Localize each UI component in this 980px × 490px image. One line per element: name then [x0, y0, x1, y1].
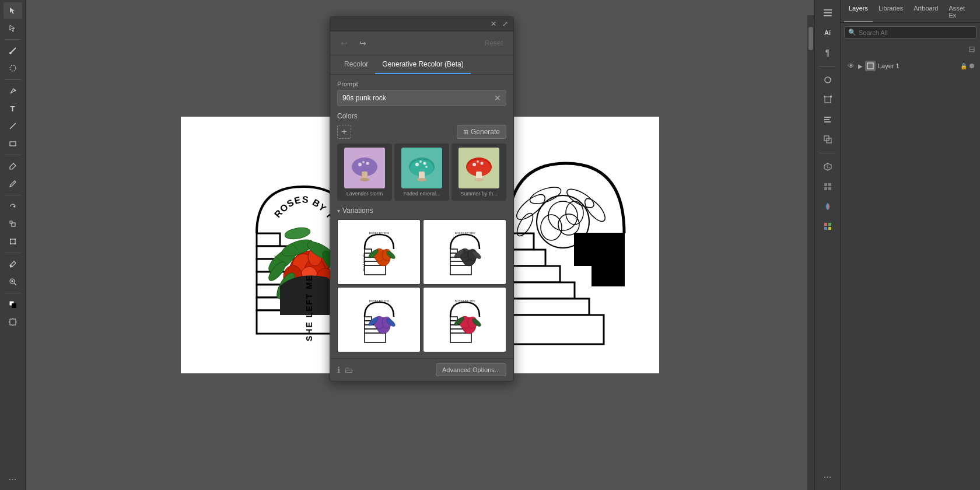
- add-color-btn[interactable]: +: [337, 125, 351, 139]
- svg-line-15: [14, 283, 16, 285]
- layer-lock-icon[interactable]: 🔒: [960, 63, 967, 69]
- variations-header[interactable]: ▾ Variations: [337, 206, 506, 215]
- pathfinder-icon[interactable]: [818, 131, 837, 148]
- dialog-tabs: Recolor Generative Recolor (Beta): [330, 55, 513, 75]
- info-btn[interactable]: ℹ: [337, 365, 340, 374]
- svg-text:ROSES BY THE: ROSES BY THE: [369, 299, 388, 302]
- rect-tool[interactable]: [4, 135, 22, 152]
- search-icon: 🔍: [848, 29, 856, 36]
- layer-expand-arrow[interactable]: ▶: [858, 63, 863, 69]
- mushroom-card-1[interactable]: Lavender storm: [337, 144, 392, 201]
- generate-btn[interactable]: ⊞ Generate: [457, 125, 506, 139]
- search-input[interactable]: [859, 29, 972, 36]
- svg-rect-151: [824, 119, 830, 120]
- svg-rect-163: [824, 227, 827, 230]
- transform-icon[interactable]: [818, 92, 837, 108]
- colors-section: Colors + ⊞ Generate: [337, 112, 506, 139]
- svg-point-74: [358, 163, 362, 166]
- svg-point-1: [9, 52, 12, 54]
- paintbrush-tool[interactable]: [4, 158, 22, 174]
- pen-tool[interactable]: [4, 83, 22, 99]
- svg-point-3: [14, 90, 16, 92]
- libraries-icon[interactable]: [818, 178, 837, 195]
- dialog-close-btn[interactable]: ✕: [489, 19, 498, 29]
- fill-color[interactable]: [4, 296, 22, 313]
- rotate-tool[interactable]: [4, 198, 22, 215]
- svg-rect-161: [824, 223, 827, 226]
- stroke-icon[interactable]: [818, 72, 837, 88]
- tab-recolor[interactable]: Recolor: [337, 55, 375, 74]
- reset-btn[interactable]: Reset: [481, 37, 506, 49]
- colors-label: Colors: [337, 112, 358, 120]
- variation-card-3[interactable]: ROSES BY THE: [337, 287, 421, 352]
- redo-btn[interactable]: ↪: [356, 36, 370, 50]
- search-bar[interactable]: 🔍: [844, 26, 977, 38]
- advanced-options-btn[interactable]: Advanced Options...: [436, 363, 506, 376]
- 3d-icon[interactable]: [818, 159, 837, 175]
- svg-rect-145: [824, 15, 832, 16]
- tab-generative-recolor[interactable]: Generative Recolor (Beta): [375, 55, 470, 74]
- generate-icon: ⊞: [463, 128, 468, 136]
- separator-1: [5, 39, 21, 40]
- prompt-label: Prompt: [337, 80, 506, 88]
- variation-card-2[interactable]: ROSES BY THE: [423, 219, 506, 285]
- separator-5: [5, 253, 21, 253]
- svg-rect-136: [450, 333, 471, 342]
- tab-libraries[interactable]: Libraries: [874, 2, 908, 22]
- scale-tool[interactable]: [4, 216, 22, 232]
- svg-point-2: [10, 65, 16, 71]
- dialog-body: Prompt 90s punk rock ✕ Colors + ⊞ Genera…: [330, 75, 513, 358]
- svg-rect-59: [508, 315, 604, 344]
- svg-rect-56: [508, 266, 560, 282]
- free-transform-tool[interactable]: [4, 233, 22, 250]
- line-tool[interactable]: [4, 118, 22, 134]
- svg-rect-158: [828, 183, 831, 186]
- vertical-scrollbar[interactable]: [807, 15, 814, 490]
- paragraph-style-icon[interactable]: ¶: [818, 44, 837, 61]
- svg-rect-5: [10, 142, 16, 146]
- artboard-tool[interactable]: [4, 314, 22, 330]
- svg-rect-57: [508, 282, 575, 299]
- align-icon[interactable]: [818, 111, 837, 128]
- layer-item-1[interactable]: 👁 ▶ Layer 1 🔒: [844, 58, 977, 74]
- svg-rect-60: [592, 233, 624, 286]
- zoom-tool[interactable]: [4, 274, 22, 290]
- color-guide-icon[interactable]: [818, 198, 837, 215]
- properties-icon[interactable]: [818, 5, 837, 21]
- swatches-icon[interactable]: [818, 218, 837, 235]
- tab-artboard[interactable]: Artboard: [909, 2, 943, 22]
- scrollbar-thumb[interactable]: [808, 27, 813, 50]
- magic-wand-tool[interactable]: [4, 43, 22, 59]
- filter-btn[interactable]: ⊟: [967, 43, 977, 55]
- svg-point-86: [417, 178, 426, 181]
- generate-label: Generate: [471, 128, 500, 136]
- tab-layers[interactable]: Layers: [844, 2, 873, 22]
- svg-rect-148: [824, 96, 825, 97]
- select-tool[interactable]: [4, 2, 22, 19]
- layer-visibility-btn[interactable]: 👁: [846, 61, 856, 71]
- undo-btn[interactable]: ↩: [337, 36, 351, 50]
- eyedropper-tool[interactable]: [4, 256, 22, 272]
- tab-asset-ex[interactable]: Asset Ex: [944, 2, 977, 22]
- direct-select-tool[interactable]: [4, 20, 22, 36]
- variation-img-3: ROSES BY THE: [338, 288, 420, 352]
- mushroom-img-3: [459, 148, 499, 188]
- prompt-clear-btn[interactable]: ✕: [494, 93, 501, 103]
- type-tool[interactable]: T: [4, 100, 22, 117]
- variation-card-4[interactable]: ROSES BY THE: [423, 287, 506, 352]
- folder-btn[interactable]: 🗁: [345, 365, 353, 374]
- ai-type-icon[interactable]: Ai: [818, 24, 837, 41]
- svg-rect-8: [10, 239, 15, 244]
- mushroom-card-3[interactable]: Summer by th...: [452, 144, 506, 201]
- svg-rect-162: [828, 223, 831, 226]
- variation-card-1[interactable]: ROSES BY THE SHE LEFT ME: [337, 219, 421, 285]
- dialog-expand-btn[interactable]: ⤢: [501, 19, 510, 29]
- pencil-tool[interactable]: [4, 176, 22, 192]
- more-tools[interactable]: ···: [4, 471, 22, 488]
- right-more-icon[interactable]: ···: [818, 469, 837, 485]
- svg-rect-143: [824, 9, 832, 10]
- lasso-tool[interactable]: [4, 60, 22, 76]
- prompt-field[interactable]: 90s punk rock ✕: [337, 90, 506, 106]
- variation-img-4: ROSES BY THE: [424, 288, 506, 352]
- mushroom-card-2[interactable]: Faded emeral...: [394, 144, 449, 201]
